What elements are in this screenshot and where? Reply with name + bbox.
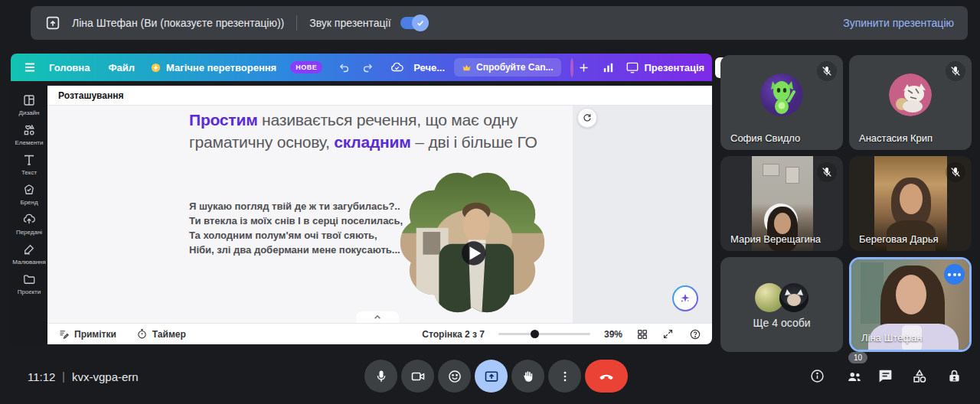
star-icon — [150, 62, 162, 73]
clock: 11:12 — [28, 370, 55, 383]
overflow-participants-tile[interactable]: Ще 4 особи — [720, 257, 843, 352]
fullscreen-button[interactable] — [662, 328, 674, 340]
avatar — [779, 283, 808, 312]
canva-statusbar: Примітки Таймер Сторінка 2 з 7 39% — [47, 323, 712, 344]
stop-presentation-button[interactable]: Зупинити презентацію — [843, 17, 954, 29]
sidebar-item-projects[interactable]: Проєкти — [11, 272, 47, 295]
host-controls-icon[interactable] — [946, 368, 962, 387]
participant-count-badge: 10 — [848, 352, 867, 363]
sidebar-item-elements[interactable]: Елементи — [11, 123, 47, 146]
canva-toolbar: Головна Файл Магічне перетворення НОВЕ Р… — [11, 54, 712, 81]
toggle-knob — [412, 15, 429, 31]
meet-control-bar: 11:12 | kvx-vgpa-ern 10 — [0, 352, 980, 404]
cloud-check-icon — [390, 60, 404, 75]
participant-tile[interactable]: Анастасия Крип — [849, 55, 972, 150]
slide-poem[interactable]: Я шукаю погляд твій де ж ти загубилась?.… — [189, 199, 403, 257]
more-options-button[interactable] — [548, 360, 581, 393]
menu-magic-transform[interactable]: Магічне перетворення — [166, 62, 276, 73]
elements-icon — [22, 123, 36, 137]
canva-sidebar: Дизайн Елементи Текст Бренд Передані — [11, 86, 47, 344]
text-icon — [22, 153, 36, 167]
participant-name: Ліна Штефан — [861, 332, 923, 344]
participant-tile[interactable]: Мария Верещагина — [720, 156, 843, 251]
mic-muted-icon — [946, 162, 965, 182]
canvas-area: Простим називається речення, що має одну… — [47, 106, 712, 323]
camera-button[interactable] — [401, 360, 434, 393]
collapse-tab[interactable] — [356, 311, 399, 323]
slide-title[interactable]: Простим називається речення, що має одну… — [189, 109, 555, 153]
sidebar-item-brand[interactable]: Бренд — [11, 183, 47, 206]
sparkle-icon — [674, 287, 697, 310]
participant-name: Береговая Дарья — [859, 233, 939, 245]
try-canva-pro-label: Спробуйте Can... — [476, 62, 553, 73]
mic-muted-icon — [817, 162, 837, 182]
chat-icon[interactable] — [877, 368, 893, 387]
mic-button[interactable] — [364, 360, 397, 393]
canva-editor-body: Дизайн Елементи Текст Бренд Передані — [11, 86, 712, 344]
participant-tile[interactable]: Береговая Дарья — [849, 156, 972, 251]
sidebar-item-draw[interactable]: Малювання — [11, 243, 47, 266]
chart-icon[interactable] — [602, 61, 615, 74]
magic-assistant-button[interactable] — [672, 285, 698, 311]
reactions-button[interactable] — [438, 360, 471, 393]
participant-name: Мария Верещагина — [730, 233, 821, 245]
crown-icon — [462, 63, 472, 73]
raise-hand-button[interactable] — [511, 360, 544, 393]
zoom-slider-knob[interactable] — [531, 330, 539, 338]
hamburger-icon[interactable] — [23, 60, 37, 74]
timer-button[interactable]: Таймер — [136, 328, 186, 340]
more-options-icon[interactable] — [944, 264, 965, 285]
menu-file[interactable]: Файл — [108, 62, 135, 73]
slide[interactable]: Простим називається речення, що має одну… — [47, 106, 573, 323]
presenter-label: Ліна Штефан (Ви (показуєте презентацію)) — [72, 17, 284, 29]
sidebar-item-text[interactable]: Текст — [11, 153, 47, 176]
uploads-icon — [22, 213, 36, 226]
presentation-mode-label: Презентація — [645, 62, 705, 73]
brand-icon — [22, 183, 36, 197]
position-button[interactable]: Розташування — [58, 90, 123, 101]
draw-icon — [22, 243, 36, 256]
google-meet-screen: Ліна Штефан (Ви (показуєте презентацію))… — [0, 0, 980, 404]
monitor-icon — [626, 60, 639, 74]
grid-view-button[interactable] — [636, 328, 648, 340]
plus-icon[interactable] — [578, 62, 590, 73]
context-toolbar: Розташування — [47, 86, 712, 106]
end-call-button[interactable] — [585, 360, 628, 393]
avatar — [889, 73, 932, 116]
presentation-mode-button[interactable]: Презентація — [626, 60, 705, 74]
notes-icon — [58, 328, 70, 340]
avatar — [760, 73, 803, 116]
slide-video-thumbnail[interactable] — [399, 169, 546, 319]
divider — [296, 15, 297, 31]
zoom-slider[interactable] — [498, 333, 590, 335]
canva-window: Головна Файл Магічне перетворення НОВЕ Р… — [11, 54, 712, 344]
mic-muted-icon — [946, 61, 965, 81]
notes-button[interactable]: Примітки — [58, 328, 116, 340]
undo-icon[interactable] — [338, 61, 351, 74]
presentation-audio-toggle[interactable] — [400, 17, 426, 29]
self-tile[interactable]: Ліна Штефан — [849, 257, 972, 352]
document-title[interactable]: Рече... — [413, 62, 445, 73]
info-icon[interactable] — [809, 368, 825, 387]
participant-name: София Свидло — [730, 132, 800, 144]
try-canva-pro-button[interactable]: Спробуйте Can... — [454, 58, 560, 77]
rotate-button[interactable] — [577, 108, 597, 128]
present-button[interactable] — [475, 360, 508, 393]
sidebar-item-uploads[interactable]: Передані — [11, 213, 47, 236]
meeting-code: kvx-vgpa-ern — [72, 370, 139, 383]
timer-icon — [136, 328, 148, 340]
page-indicator: Сторінка 2 з 7 — [422, 329, 485, 340]
present-to-all-icon — [44, 15, 61, 31]
help-button[interactable] — [689, 328, 701, 340]
people-icon[interactable] — [845, 368, 864, 388]
participant-tile[interactable]: София Свидло — [720, 55, 843, 150]
new-badge: НОВЕ — [290, 61, 322, 73]
activities-icon[interactable] — [911, 368, 928, 388]
projects-icon — [22, 272, 36, 286]
zoom-level: 39% — [604, 329, 622, 340]
sidebar-item-design[interactable]: Дизайн — [11, 93, 47, 116]
redo-icon[interactable] — [361, 61, 374, 74]
menu-home[interactable]: Головна — [49, 62, 90, 73]
account-avatar[interactable] — [570, 58, 573, 77]
design-icon — [22, 93, 36, 107]
